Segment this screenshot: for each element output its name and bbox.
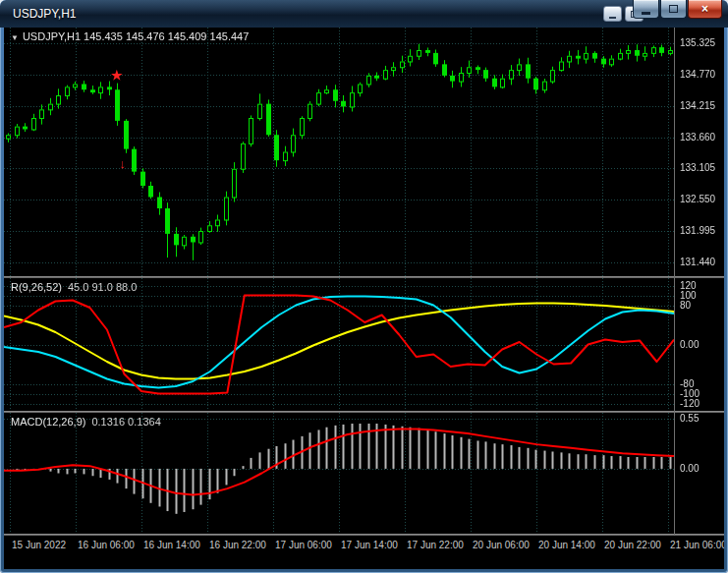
time-axis-label: 16 Jun 22:00 — [209, 540, 266, 550]
macd-scale[interactable]: 0.550.00 — [675, 413, 724, 534]
ohlc-text: USDJPY,H1 145.435 145.476 145.409 145.44… — [23, 30, 249, 42]
wpr-indicator-canvas[interactable] — [4, 278, 674, 411]
time-axis-separator — [4, 534, 724, 536]
scale-label: 0.55 — [680, 413, 699, 424]
time-axis-label: 16 Jun 06:00 — [78, 540, 135, 550]
window-title: USDJPY,H1 — [13, 7, 76, 21]
time-axis-label: 17 Jun 06:00 — [275, 540, 332, 550]
scale-label: -120 — [680, 398, 700, 409]
macd-indicator-panel[interactable]: MACD(12,26,9)0.1316 0.1364 — [4, 413, 674, 534]
price-scale-border — [674, 28, 675, 536]
signal-star-icon[interactable]: ★ — [111, 69, 123, 82]
minimize-button[interactable] — [633, 0, 659, 19]
time-axis-label: 20 Jun 14:00 — [538, 540, 595, 550]
wpr-indicator-panel[interactable]: R(9,26,52)45.0 91.0 88.0 — [4, 278, 674, 411]
marker-layer: ★↓ — [4, 28, 674, 276]
time-axis-label: 20 Jun 06:00 — [473, 540, 530, 550]
time-axis-label: 15 Jun 2022 — [12, 540, 66, 550]
mt4-window: USDJPY,H1 × ★↓ ▼USDJPY,H1 145.435 145.47… — [0, 0, 728, 573]
minimize-icon — [609, 17, 616, 19]
indicator-name: R(9,26,52) — [11, 281, 62, 293]
chevron-down-icon: ▼ — [11, 33, 19, 42]
ohlc-info: ▼USDJPY,H1 145.435 145.476 145.409 145.4… — [11, 30, 249, 42]
window-buttons: × — [632, 0, 722, 19]
scale-label: 134.215 — [680, 100, 715, 111]
close-icon: × — [701, 2, 708, 16]
panel-separator-1[interactable] — [4, 276, 724, 278]
time-axis[interactable]: 15 Jun 202216 Jun 06:0016 Jun 14:0016 Ju… — [4, 536, 724, 555]
price-chart-panel[interactable]: ★↓ ▼USDJPY,H1 145.435 145.476 145.409 14… — [4, 28, 674, 276]
titlebar[interactable]: USDJPY,H1 × — [0, 0, 728, 28]
indicator-name: MACD(12,26,9) — [11, 416, 85, 428]
scale-label: 135.325 — [680, 37, 715, 48]
indicator-values: 45.0 91.0 88.0 — [68, 281, 137, 293]
time-axis-label: 20 Jun 22:00 — [604, 540, 661, 550]
scale-label: 133.660 — [680, 132, 715, 143]
macd-indicator-label: MACD(12,26,9)0.1316 0.1364 — [11, 416, 161, 428]
time-axis-label: 16 Jun 14:00 — [143, 540, 200, 550]
scale-label: 80 — [680, 300, 691, 311]
close-button[interactable]: × — [688, 0, 722, 19]
wpr-indicator-label: R(9,26,52)45.0 91.0 88.0 — [11, 281, 137, 293]
panel-separator-2[interactable] — [4, 411, 724, 413]
scale-label: 134.770 — [680, 69, 715, 80]
time-axis-label: 21 Jun 06:00 — [670, 540, 724, 550]
wpr-scale[interactable]: 120100800.00-80-100-120 — [675, 278, 724, 411]
scale-label: 133.105 — [680, 162, 715, 173]
scale-label: 0.00 — [680, 339, 699, 350]
time-axis-label: 17 Jun 14:00 — [341, 540, 398, 550]
maximize-button[interactable] — [660, 0, 687, 19]
scale-label: 131.995 — [680, 225, 715, 236]
price-scale[interactable]: 135.325134.770134.215133.660133.105132.5… — [675, 28, 724, 276]
scale-label: 132.550 — [680, 194, 715, 204]
indicator-values: 0.1316 0.1364 — [91, 416, 160, 428]
scale-label: 0.00 — [680, 463, 699, 474]
macd-indicator-canvas[interactable] — [4, 413, 674, 534]
child-minimize-button[interactable] — [603, 6, 622, 22]
scale-label: 131.440 — [680, 257, 715, 267]
maximize-icon — [669, 5, 678, 13]
signal-arrow-icon[interactable]: ↓ — [120, 157, 127, 170]
minimize-icon — [642, 12, 650, 15]
chart-client-area: ★↓ ▼USDJPY,H1 145.435 145.476 145.409 14… — [4, 28, 724, 569]
time-axis-label: 17 Jun 22:00 — [407, 540, 464, 550]
